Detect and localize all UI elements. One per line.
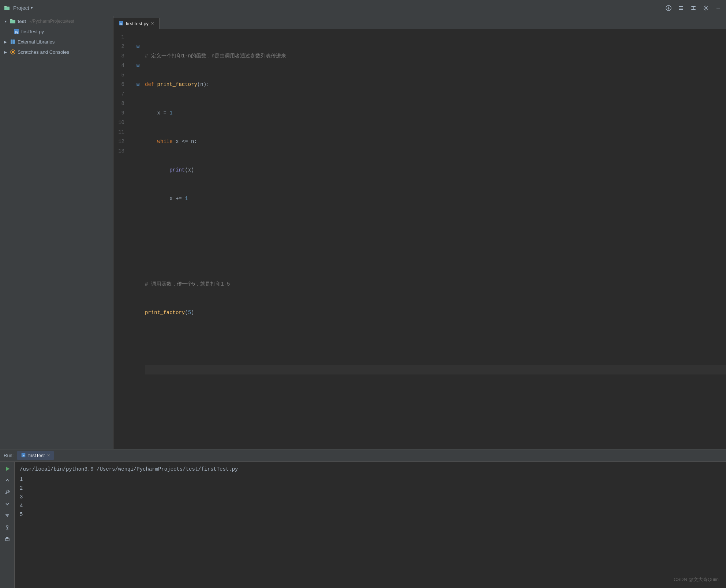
editor-content[interactable]: 1 2 3 4 5 6 7 8 9 10 11 12 13 ⊟ ⊟ <box>113 29 726 449</box>
run-tab-close[interactable]: ✕ <box>47 453 50 458</box>
svg-rect-1 <box>4 6 7 7</box>
tab-run-first-test[interactable]: py firstTest ✕ <box>17 451 54 460</box>
folder-icon <box>10 18 16 24</box>
gutter-10 <box>134 118 142 127</box>
svg-text:py: py <box>22 454 25 457</box>
sidebar-item-first-test[interactable]: py firstTest.py <box>0 26 113 37</box>
run-output-3: 3 <box>20 493 721 501</box>
scratches-label: Scratches and Consoles <box>18 49 69 55</box>
settings-icon[interactable] <box>702 4 710 12</box>
op-cparen: ): <box>203 80 210 89</box>
sidebar-item-test-folder[interactable]: ▾ test ~/PycharmProjects/test <box>0 16 113 26</box>
gutter-12 <box>134 137 142 146</box>
line-num-1: 1 <box>113 32 130 42</box>
var-x: x <box>157 108 160 118</box>
var-n2: n <box>191 137 194 146</box>
gutter-4[interactable]: ⊟ <box>134 61 142 70</box>
scratch-icon <box>10 49 16 55</box>
svg-rect-0 <box>4 7 10 10</box>
num-1: 1 <box>169 108 172 118</box>
op-pluseq: += <box>173 194 185 203</box>
gutter-13 <box>134 146 142 156</box>
code-line-10: print_factory(5) <box>145 308 726 317</box>
gutter-2[interactable]: ⊟ <box>134 42 142 51</box>
svg-text:py: py <box>15 30 19 34</box>
sidebar-item-scratches[interactable]: ▶ Scratches and Consoles <box>0 47 113 57</box>
gutter-8 <box>134 99 142 108</box>
code-line-13 <box>145 393 726 403</box>
code-line-6: x += 1 <box>145 194 726 203</box>
line-num-11: 11 <box>113 127 130 137</box>
minimize-icon[interactable] <box>714 4 722 12</box>
run-wrench-button[interactable] <box>3 487 12 497</box>
run-panel: /usr/local/bin/python3.9 /Users/wenqi/Py… <box>0 462 726 588</box>
run-scroll-up-button[interactable] <box>3 476 12 485</box>
run-tab-label: firstTest <box>28 453 45 458</box>
run-print-button[interactable] <box>3 534 12 544</box>
svg-rect-7 <box>679 9 683 10</box>
comment-2: # 调用函数，传一个5，就是打印1-5 <box>145 279 230 289</box>
run-filter-button[interactable] <box>3 511 12 520</box>
run-output-5: 5 <box>20 510 721 519</box>
code-line-8 <box>145 251 726 260</box>
kw-while: while <box>157 137 176 146</box>
indent-6 <box>145 194 169 203</box>
code-line-3: x = 1 <box>145 108 726 118</box>
tab-close-icon[interactable]: ✕ <box>151 21 154 26</box>
var-x2: x <box>176 137 179 146</box>
run-play-button[interactable] <box>3 464 12 474</box>
num-1b: 1 <box>185 194 188 203</box>
add-icon[interactable] <box>665 4 673 12</box>
gutter-1 <box>134 32 142 42</box>
sidebar-item-external-libraries[interactable]: ▶ External Libraries <box>0 37 113 47</box>
op-cp1: ( <box>185 308 188 317</box>
code-gutter: ⊟ ⊟ ⊟ <box>134 29 142 449</box>
op-p2: ) <box>191 165 194 175</box>
kw-def: def <box>145 80 157 89</box>
project-label[interactable]: Project ▾ <box>13 5 33 11</box>
run-scroll-down-button[interactable] <box>3 499 12 509</box>
line-num-6: 6 <box>113 80 130 89</box>
svg-rect-17 <box>11 39 12 44</box>
svg-text:py: py <box>120 22 123 25</box>
code-line-5: print(x) <box>145 165 726 175</box>
line-numbers: 1 2 3 4 5 6 7 8 9 10 11 12 13 <box>113 29 134 449</box>
line-num-2: 2 <box>113 42 130 51</box>
svg-rect-30 <box>7 525 8 527</box>
line-num-10: 10 <box>113 118 130 127</box>
run-output-2: 2 <box>20 484 721 493</box>
svg-rect-33 <box>5 538 9 541</box>
toolbar-actions <box>665 4 722 12</box>
code-editor[interactable]: # 定义一个打印1-n的函数，n是由调用者通过参数列表传进来 def print… <box>142 29 726 449</box>
svg-rect-13 <box>10 20 15 23</box>
op-p1: ( <box>185 165 188 175</box>
tab-label: firstTest.py <box>126 21 149 26</box>
var-x3: x <box>188 165 191 175</box>
collapse-icon[interactable] <box>689 4 697 12</box>
indent-3 <box>145 108 157 118</box>
op-paren: ( <box>197 80 200 89</box>
chevron-right-icon: ▶ <box>3 40 8 44</box>
layout-icon[interactable] <box>677 4 685 12</box>
var-x4: x <box>169 194 172 203</box>
gutter-6[interactable]: ⊟ <box>134 80 142 89</box>
op-lte: <= <box>179 137 191 146</box>
chevron-icon: ▾ <box>31 5 33 10</box>
fn-call: print_factory <box>145 308 185 317</box>
run-output-1: 1 <box>20 475 721 484</box>
svg-marker-26 <box>6 467 10 471</box>
toolbar: Project ▾ <box>0 0 726 16</box>
svg-rect-14 <box>10 19 12 20</box>
sidebar: ▾ test ~/PycharmProjects/test py firstTe… <box>0 16 113 449</box>
run-pin-button[interactable] <box>3 523 12 532</box>
folder-label: test <box>18 19 26 24</box>
gutter-3 <box>134 51 142 61</box>
svg-point-11 <box>705 7 707 9</box>
run-command: /usr/local/bin/python3.9 /Users/wenqi/Py… <box>20 465 721 474</box>
tab-first-test[interactable]: py firstTest.py ✕ <box>113 18 160 29</box>
project-folder-icon <box>4 5 10 11</box>
library-icon <box>10 38 16 45</box>
line-num-12: 12 <box>113 137 130 146</box>
tab-file-icon: py <box>119 20 124 27</box>
gutter-7 <box>134 89 142 99</box>
